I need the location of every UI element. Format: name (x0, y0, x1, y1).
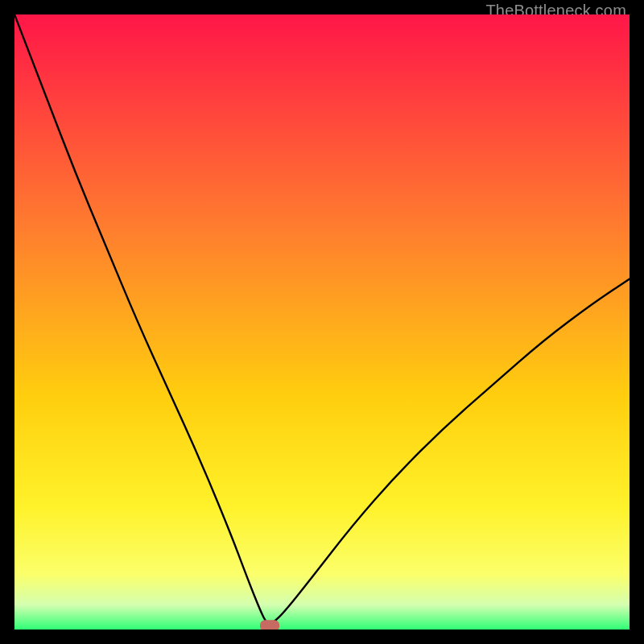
chart-frame (14, 14, 630, 630)
gradient-background (14, 14, 630, 630)
bottleneck-chart (14, 14, 630, 630)
optimal-point-marker (260, 620, 279, 630)
